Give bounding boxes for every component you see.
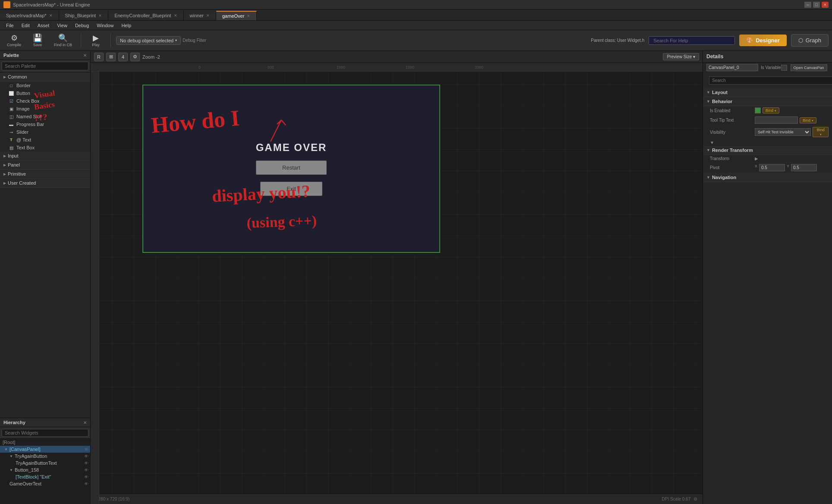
visibility-bind-button[interactable]: Bind ▾: [813, 127, 829, 137]
palette-item-checkbox[interactable]: Check Box: [0, 97, 90, 105]
tab-winner[interactable]: winner ✕: [184, 11, 216, 20]
tab-label: winner: [190, 13, 204, 18]
exit-button[interactable]: Exit: [260, 182, 322, 196]
visibility-icon[interactable]: 👁: [84, 454, 88, 459]
hierarchy-item-canvas-panel[interactable]: ▼ [CanvasPanel] 👁: [0, 446, 90, 453]
menu-debug[interactable]: Debug: [72, 22, 92, 29]
canvas-area[interactable]: 0 500 1000 1500 2000 GAME OVER Restart E…: [91, 63, 703, 504]
preview-size-button[interactable]: Preview Size ▾: [663, 53, 699, 60]
menu-asset[interactable]: Asset: [34, 22, 53, 29]
toolbar-settings-button[interactable]: ⚙: [130, 53, 140, 61]
settings-cog-icon[interactable]: ⚙: [693, 497, 697, 501]
ruler-mark-0: 0: [199, 65, 201, 69]
details-search-input[interactable]: [709, 76, 832, 85]
menu-view[interactable]: View: [54, 22, 71, 29]
palette-item-textbox[interactable]: ▤ Text Box: [0, 144, 90, 151]
search-help-input[interactable]: [649, 36, 735, 45]
palette-category-user-created[interactable]: ▶ User Created: [0, 179, 90, 188]
tab-close-icon[interactable]: ✕: [49, 13, 53, 18]
debug-filter-dropdown[interactable]: No debug object selected ▾: [116, 36, 181, 45]
ruler-mark-500: 500: [268, 65, 274, 69]
tab-game-over[interactable]: gameOver ✕: [216, 11, 257, 20]
find-in-cb-button[interactable]: 🔍 Find in CB: [50, 32, 76, 49]
hierarchy-close-icon[interactable]: ✕: [83, 420, 87, 425]
hierarchy-item-try-again-btn[interactable]: ▼ TryAgainButton 👁: [0, 453, 90, 460]
graph-button[interactable]: ⬡ Graph: [791, 34, 829, 47]
render-transform-section-header[interactable]: ▼ Render Transform: [703, 146, 832, 155]
tab-close-icon[interactable]: ✕: [206, 13, 210, 18]
pivot-x-input[interactable]: [759, 164, 785, 171]
is-enabled-checkbox[interactable]: [755, 107, 761, 113]
visibility-icon[interactable]: 👁: [84, 461, 88, 466]
visibility-expand-icon[interactable]: ▼: [710, 140, 714, 145]
tooltip-bind-button[interactable]: Bind ▾: [800, 117, 816, 123]
menu-window[interactable]: Window: [93, 22, 117, 29]
tab-ship-blueprint[interactable]: Ship_Blueprint ✕: [59, 11, 109, 20]
canvas-panel-name-input[interactable]: [706, 64, 758, 71]
tab-close-icon[interactable]: ✕: [174, 13, 177, 18]
navigation-section-header[interactable]: ▼ Navigation: [703, 173, 832, 182]
palette-item-named-slot[interactable]: ◫ Named Slot: [0, 113, 90, 120]
tab-label: Ship_Blueprint: [65, 13, 96, 18]
hierarchy-item-button158[interactable]: ▼ Button_158 👁: [0, 466, 90, 473]
hierarchy-item-game-over-text[interactable]: GameOverText 👁: [0, 480, 90, 487]
save-button[interactable]: 💾 Save: [28, 32, 47, 49]
visibility-select[interactable]: Self Hit Test Invisible Visible Hidden C…: [755, 128, 811, 136]
play-button[interactable]: ▶ Play: [86, 32, 105, 49]
palette-item-button[interactable]: ⬜ Button: [0, 89, 90, 97]
designer-button[interactable]: 🎨 Designer: [739, 35, 787, 46]
restart-button[interactable]: Restart: [256, 161, 327, 175]
visibility-icon[interactable]: 👁: [84, 475, 88, 479]
tooltip-input[interactable]: [755, 117, 798, 124]
palette-search-input[interactable]: [2, 62, 88, 70]
menu-file[interactable]: File: [3, 22, 17, 29]
transform-expand-icon[interactable]: ▶: [755, 156, 758, 161]
visibility-icon[interactable]: 👁: [84, 482, 88, 486]
close-button[interactable]: ✕: [822, 2, 829, 8]
layout-section-header[interactable]: ▼ Layout: [703, 88, 832, 97]
tab-spaceinvadra[interactable]: SpaceInvadraMap* ✕: [0, 11, 59, 20]
toolbar-r-button[interactable]: R: [94, 53, 104, 61]
palette-close-icon[interactable]: ✕: [83, 53, 87, 58]
compile-button[interactable]: ⚙ Compile: [3, 32, 25, 49]
canvas-size-label: 1280 x 720 (16:9): [96, 497, 129, 501]
visibility-icon[interactable]: 👁: [84, 447, 88, 452]
save-icon: 💾: [33, 34, 42, 42]
palette-title: Palette: [3, 53, 19, 58]
palette-category-input[interactable]: ▶ Input: [0, 151, 90, 161]
textbox-icon: ▤: [9, 145, 14, 150]
game-canvas-preview[interactable]: GAME OVER Restart Exit How do I display …: [142, 85, 440, 253]
palette-category-common[interactable]: ▶ Common: [0, 72, 90, 82]
palette-item-text[interactable]: @ Text: [0, 136, 90, 144]
palette-category-panel[interactable]: ▶ Panel: [0, 161, 90, 170]
palette-item-progress-bar[interactable]: ▬ Progress Bar: [0, 120, 90, 128]
tab-enemy-controller[interactable]: EnemyController_Blueprint ✕: [108, 11, 183, 20]
item-label: [CanvasPanel]: [9, 447, 41, 452]
hierarchy-item-try-again-text[interactable]: TryAgainButtonText 👁: [0, 460, 90, 466]
tab-close-icon[interactable]: ✕: [98, 13, 102, 18]
menu-edit[interactable]: Edit: [18, 22, 33, 29]
behavior-section-header[interactable]: ▼ Behavior: [703, 97, 832, 106]
user-created-label: User Created: [8, 180, 36, 186]
palette-category-primitive[interactable]: ▶ Primitive: [0, 170, 90, 179]
palette-item-border[interactable]: □ Border: [0, 82, 90, 89]
compile-icon: ⚙: [11, 34, 18, 42]
toolbar-grid-button[interactable]: ⊞: [106, 53, 116, 61]
is-enabled-bind-button[interactable]: Bind ▾: [763, 107, 779, 113]
hierarchy-panel: Hierarchy ✕ [Root] ▼ [CanvasPanel] 👁 ▼ T…: [0, 418, 90, 504]
is-variable-checkbox[interactable]: [781, 65, 787, 71]
palette-item-slider[interactable]: ⊸ Slider: [0, 128, 90, 136]
maximize-button[interactable]: □: [813, 2, 820, 8]
palette-item-image[interactable]: Image: [0, 105, 90, 113]
visibility-icon[interactable]: 👁: [84, 468, 88, 472]
panel-label: Panel: [8, 162, 20, 167]
tab-label: SpaceInvadraMap*: [6, 13, 47, 18]
menu-help[interactable]: Help: [118, 22, 135, 29]
hierarchy-item-textblock-exit[interactable]: [TextBlock] "Exit" 👁: [0, 473, 90, 480]
open-canvas-panel-button[interactable]: Open CanvasPan: [791, 64, 827, 71]
tab-close-icon[interactable]: ✕: [247, 14, 250, 18]
toolbar-4-button[interactable]: 4: [118, 53, 128, 61]
minimize-button[interactable]: ─: [804, 2, 811, 8]
hierarchy-search-input[interactable]: [2, 429, 88, 437]
pivot-y-input[interactable]: [791, 164, 817, 171]
